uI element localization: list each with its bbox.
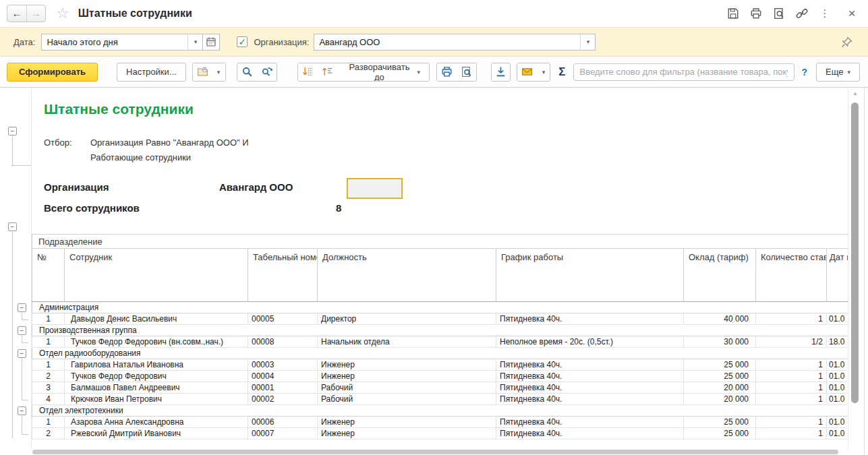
more-vertical-icon[interactable]: ⋮ [818,7,832,20]
forward-button[interactable]: → [26,5,45,22]
link-icon[interactable] [795,7,809,20]
calendar-button[interactable] [203,34,220,51]
cell[interactable]: Пятидневка 40ч. [496,417,684,428]
cell[interactable]: 1 [756,371,827,382]
report-variants-dropdown[interactable]: ▾ [212,63,225,81]
cell[interactable]: Пятидневка 40ч. [496,394,684,405]
close-icon[interactable]: × [845,7,859,20]
date-dropdown-button[interactable]: ▾ [187,34,202,50]
group-collapse-toggle[interactable]: − [18,406,26,415]
help-icon[interactable]: ? [801,67,807,78]
cell[interactable]: Пятидневка 40ч. [496,382,684,394]
cell[interactable]: 01.0 [827,417,848,428]
cell[interactable]: 18.0 [827,336,848,348]
cell[interactable]: Пятидневка 40ч. [496,359,684,371]
cell[interactable]: 01.0 [827,371,848,382]
cell[interactable]: 2 [32,371,65,382]
cell[interactable]: 1 [32,359,65,371]
cell[interactable]: Давыдов Денис Васильевич [65,313,248,325]
expand-all-button[interactable] [298,63,318,81]
cell[interactable]: Балмашов Павел Андреевич [65,382,248,394]
save-icon[interactable] [726,7,740,20]
generate-button[interactable]: Сформировать [7,63,98,82]
cell[interactable]: 30 000 [684,336,756,348]
favorite-star-icon[interactable]: ☆ [56,7,69,20]
scroll-up-arrow[interactable]: ▲ [849,90,861,96]
cell[interactable]: 1 [756,417,827,428]
cell[interactable]: 20 000 [684,394,756,405]
organization-input[interactable] [314,34,580,50]
settings-button[interactable]: Настройки... [117,63,186,82]
cell[interactable]: 00005 [248,313,318,325]
employee-row[interactable]: 2Тучков Федор Федорович00004ИнженерПятид… [32,371,848,382]
cell[interactable]: Инженер [318,417,496,428]
cell[interactable]: Пятидневка 40ч. [496,428,684,439]
expand-to-button[interactable]: Разворачивать до ▾ [337,63,429,81]
cell[interactable]: 4 [32,394,65,405]
department-group-row[interactable]: Администрация [32,302,848,313]
cell[interactable]: 40 000 [684,313,756,325]
cell[interactable]: 00001 [248,382,318,394]
cell[interactable]: 1 [756,313,827,325]
cell[interactable]: 20 000 [684,382,756,394]
vertical-scrollbar-thumb[interactable] [851,102,859,403]
cell[interactable]: 00003 [248,359,318,371]
cell[interactable]: 00006 [248,417,318,428]
cell[interactable]: Пятидневка 40ч. [496,371,684,382]
group-collapse-toggle[interactable]: − [8,127,17,135]
cell[interactable]: Инженер [318,359,496,371]
date-input[interactable] [42,34,187,50]
selected-cell[interactable] [347,178,403,199]
cell[interactable]: 01.0 [827,428,848,439]
send-email-dropdown[interactable]: ▾ [538,63,550,81]
group-collapse-toggle[interactable]: − [18,303,26,312]
cell[interactable]: 00004 [248,371,318,382]
print-icon[interactable] [749,7,763,20]
employee-row[interactable]: 3Балмашов Павел Андреевич00001РабочийПят… [32,382,848,394]
more-button[interactable]: Еще ▾ [816,63,860,82]
cell[interactable]: 01.0 [827,313,848,325]
search-next-button[interactable] [257,63,277,81]
preview-icon[interactable] [772,7,786,20]
cell[interactable]: Пятидневка 40ч. [496,313,684,325]
cell[interactable]: 1 [32,313,65,325]
cell[interactable]: Крючков Иван Петрович [65,394,248,405]
group-collapse-toggle[interactable]: − [18,349,26,358]
cell[interactable]: Инженер [318,371,496,382]
cell[interactable]: Азарова Анна Александровна [65,417,248,428]
cell[interactable]: 1 [32,336,65,348]
cell[interactable]: 1 [32,417,65,428]
cell[interactable]: 1/2 [756,336,827,348]
department-group-row[interactable]: Отдел электротехники [32,405,848,417]
employee-row[interactable]: 2Ржевский Дмитрий Иванович00007ИнженерПя… [32,428,848,439]
organization-dropdown-button[interactable]: ▾ [580,34,595,50]
cell[interactable]: Рабочий [318,394,496,405]
cell[interactable]: 00002 [248,394,318,405]
sum-icon[interactable]: Σ [558,65,565,79]
send-email-button[interactable] [517,63,537,81]
cell[interactable]: 01.0 [827,382,848,394]
cell[interactable]: 25 000 [684,428,756,439]
organization-checkbox[interactable]: ✓ [237,36,248,47]
employee-row[interactable]: 1Гаврилова Наталья Ивановна00003ИнженерП… [32,359,848,371]
cell[interactable]: Инженер [318,428,496,439]
cell[interactable]: 00007 [248,428,318,439]
search-button[interactable] [237,63,257,81]
cell[interactable]: Тучков Федор Федорович (вн.совм.,нач.) [65,336,248,348]
report-variants-icon-button[interactable] [193,63,212,81]
cell[interactable]: 00008 [248,336,318,348]
cell[interactable]: 2 [32,428,65,439]
save-to-file-button[interactable] [491,63,511,82]
cell[interactable]: 01.0 [827,359,848,371]
employee-row[interactable]: 1Давыдов Денис Васильевич00005ДиректорПя… [32,313,848,325]
horizontal-scrollbar-thumb[interactable] [32,450,838,454]
department-group-row[interactable]: Производственная группа [32,325,848,336]
cell[interactable]: 1 [756,428,827,439]
print-button[interactable] [437,63,457,81]
cell[interactable]: 3 [32,382,65,394]
department-group-row[interactable]: Отдел радиооборудования [32,348,848,359]
cell[interactable]: Гаврилова Наталья Ивановна [65,359,248,371]
cell[interactable]: 25 000 [684,359,756,371]
cell[interactable]: Директор [318,313,496,325]
cell[interactable]: 25 000 [684,371,756,382]
